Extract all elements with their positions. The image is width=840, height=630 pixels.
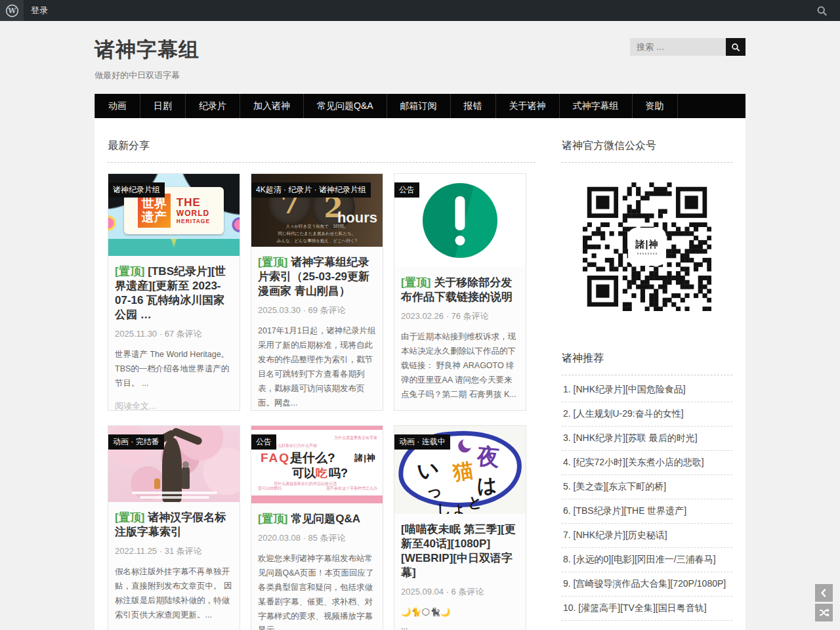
sticky-label: [置顶] <box>115 265 144 278</box>
qr-center-logo: 諸|神 <box>630 230 664 264</box>
recommend-item[interactable]: [美之壶][东京下町的桥] <box>562 475 732 499</box>
nav-item-jdrama[interactable]: 日剧 <box>140 94 186 118</box>
post-thumbnail[interactable]: 动画 · 连载中 い っ 夜 猫 は と しょ <box>394 426 526 514</box>
post-meta: 2023.02.26 · 76 条评论 <box>401 310 519 322</box>
wechat-qr-code: 諸|神 <box>583 182 711 311</box>
recommend-item[interactable]: [NHK纪录片][苏联 最后的时光] <box>562 427 732 451</box>
post-category-badge: 公告 <box>251 434 276 450</box>
header-search-form <box>630 38 746 56</box>
subtitle-line <box>140 496 209 499</box>
post-title[interactable]: [置顶]关于移除部分发布作品下载链接的说明 <box>401 276 519 304</box>
character-figure <box>154 478 160 489</box>
post-category-badge: 动画 · 连载中 <box>394 434 450 450</box>
recommend-item[interactable]: [灌篮高手][TV全集][国日粤音轨] <box>562 597 732 621</box>
subtitle-line <box>132 492 217 494</box>
wp-admin-bar: W 登录 <box>0 0 840 21</box>
poster-decoration <box>251 495 383 503</box>
post-title[interactable]: [置顶]诸神汉字假名标注版字幕索引 <box>115 511 233 539</box>
random-post-button[interactable] <box>815 604 833 621</box>
post-category-badge: 诸神纪录片组 <box>108 182 165 198</box>
wordpress-logo-icon: W <box>5 4 19 18</box>
nav-item-join[interactable]: 加入诸神 <box>240 94 304 118</box>
section-title-latest: 最新分享 <box>108 127 536 163</box>
post-title[interactable]: [置顶][TBS纪录片][世界遗産][更新至 2023-07-16 瓦特纳冰川国… <box>115 264 233 322</box>
nav-item-anime[interactable]: 动画 <box>94 94 140 118</box>
post-meta: 2025.09.04 · 6 条评论 <box>401 586 519 598</box>
post-thumbnail[interactable]: 公告 FAQ是什么? 可以吃吗? 諸|神 这部动画这么好看你们为什么不做 为什么… <box>251 426 383 503</box>
post-category-badge: 4K超清 · 纪录片 · 诸神纪录片组 <box>251 182 371 198</box>
wechat-widget-title: 诸神官方微信公众号 <box>562 127 732 163</box>
post-card: 4K超清 · 纪录片 · 诸神纪录片组 7 2 hours 人々が行き交う街角で… <box>251 173 383 411</box>
post-meta: 2025.03.30 · 69 条评论 <box>258 304 376 316</box>
recommend-item[interactable]: [人生规划U-29:奋斗的女性] <box>562 402 732 427</box>
nav-item-shikigami-group[interactable]: 式神字幕组 <box>560 94 633 118</box>
sticky-label: [置顶] <box>401 276 430 289</box>
post-category-badge: 动画 · 完结番 <box>108 434 164 450</box>
login-link[interactable]: 登录 <box>31 0 48 21</box>
shuffle-icon <box>818 607 830 618</box>
wordpress-menu-button[interactable]: W <box>0 0 24 21</box>
svg-text:W: W <box>7 7 16 14</box>
recommend-item[interactable]: [永远的0][电影][冈田准一/三浦春马] <box>562 548 732 572</box>
poster-decoration <box>108 239 240 256</box>
nav-item-donate[interactable]: 资助 <box>633 94 678 118</box>
sidebar: 诸神官方微信公众号 諸|神 诸神推荐 [NHK纪录片][中国危险食品] [人生规… <box>562 127 732 630</box>
post-meta: 2025.11.30 · 67 条评论 <box>115 328 233 340</box>
search-icon <box>816 5 828 16</box>
post-thumbnail[interactable]: 4K超清 · 纪录片 · 诸神纪录片组 7 2 hours 人々が行き交う街角で… <box>251 174 383 247</box>
search-input[interactable] <box>630 38 726 56</box>
adminbar-search-button[interactable] <box>812 5 831 17</box>
moon-icon <box>458 439 472 453</box>
poster-caption: 人々が行き交う街角で、3日間。 同じ時代にたまたま居あわせた私たち。 みんな、ど… <box>251 222 383 244</box>
post-excerpt: 欢迎您来到诸神字幕组发布站常见问题Q&A页面！本页面回应了各类典型留言和疑问，包… <box>258 552 376 630</box>
site-title[interactable]: 诸神字幕组 <box>94 36 200 64</box>
post-excerpt: 2017年1月1日起，诸神纪录片组采用了新的后期标准，现将自此发布的作品整理作为… <box>258 324 376 410</box>
post-card: 动画 · 连载中 い っ 夜 猫 は と しょ <box>394 425 526 630</box>
recommend-item[interactable]: [NHK纪录片][历史秘话] <box>562 524 732 548</box>
post-category-badge: 公告 <box>394 182 419 198</box>
nav-item-report-error[interactable]: 报错 <box>451 94 496 118</box>
post-title[interactable]: [喵喵夜未眠 第三季][更新至40话][1080P][WEBRIP][中日双语字… <box>401 522 519 580</box>
search-button[interactable] <box>726 38 746 56</box>
latest-posts-section: 最新分享 诸神纪录片组 世界 遗产 TH <box>108 127 536 630</box>
poster-decoration <box>251 426 383 430</box>
sticky-label: [置顶] <box>258 256 287 268</box>
nav-item-documentary[interactable]: 纪录片 <box>186 94 240 118</box>
post-excerpt: 由于近期本站接到维权诉求，现本站决定永久删除以下作品的下载链接： 野良神 ARA… <box>401 330 519 402</box>
recommend-item[interactable]: [纪实72小时][关东煮小店的悲歌] <box>562 451 732 475</box>
search-icon <box>731 43 740 52</box>
recommend-widget-title: 诸神推荐 <box>562 340 732 375</box>
post-thumbnail[interactable]: 诸神纪录片组 世界 遗产 THE WORLD HERITAGE <box>108 174 240 256</box>
recommend-item[interactable]: [TBS纪录片][THE 世界遗产] <box>562 499 732 524</box>
group-logo: 諸|神 <box>354 452 376 464</box>
post-excerpt: 🌙🐈🌕🐈‍⬛🌙 ... <box>401 606 519 630</box>
post-thumbnail[interactable]: 公告 <box>394 174 526 267</box>
post-card: 动画 · 完结番 [置顶]诸神汉字假名标注版字幕索引 2022.11.25 · … <box>108 425 240 630</box>
nav-item-faq[interactable]: 常见问题Q&A <box>304 94 387 118</box>
post-meta: 2020.03.08 · 85 条评论 <box>258 532 376 544</box>
sticky-label: [置顶] <box>258 513 287 525</box>
main-nav: 动画 日剧 纪录片 加入诸神 常见问题Q&A 邮箱订阅 报错 关于诸神 式神字幕… <box>94 94 746 118</box>
post-excerpt: 世界遗产 The World Heritage。TBS的一档介绍各地世界遗产的节… <box>115 348 233 391</box>
prev-page-button[interactable] <box>815 584 833 602</box>
site-tagline: 做最好的中日双语字幕 <box>94 70 746 81</box>
sticky-label: [置顶] <box>115 511 144 524</box>
recommend-item[interactable]: [宫崎骏导演作品大合集][720P/1080P] <box>562 572 732 597</box>
nav-item-mail-subscribe[interactable]: 邮箱订阅 <box>387 94 451 118</box>
character-figure <box>182 467 190 489</box>
chevron-left-icon <box>818 587 830 598</box>
post-title[interactable]: [置顶]常见问题Q&A <box>258 512 376 526</box>
post-card: 公告 FAQ是什么? 可以吃吗? 諸|神 这部动画这么好看你们为什么不做 为什么… <box>251 425 383 630</box>
post-title[interactable]: [置顶]诸神字幕组纪录片索引（25-03-29更新 漫画家 青山刚昌） <box>258 255 376 299</box>
recommend-item[interactable]: [NHK纪录片][中国危险食品] <box>562 378 732 402</box>
post-meta: 2022.11.25 · 31 条评论 <box>115 545 233 557</box>
post-excerpt: 假名标注版外挂字幕不再单独开贴，直接附到发布文章页中。 因标注版是后期陆续补做的… <box>115 565 233 623</box>
floating-tools <box>815 584 833 621</box>
read-more-link[interactable]: 阅读全文... <box>115 400 233 411</box>
recommend-list: [NHK纪录片][中国危险食品] [人生规划U-29:奋斗的女性] [NHK纪录… <box>562 378 732 621</box>
exclamation-icon <box>423 183 497 258</box>
post-card: 诸神纪录片组 世界 遗产 THE WORLD HERITAGE <box>108 173 240 411</box>
post-thumbnail[interactable]: 动画 · 完结番 <box>108 426 240 502</box>
nav-item-about[interactable]: 关于诸神 <box>496 94 560 118</box>
site-header: 诸神字幕组 做最好的中日双语字幕 <box>94 21 746 81</box>
